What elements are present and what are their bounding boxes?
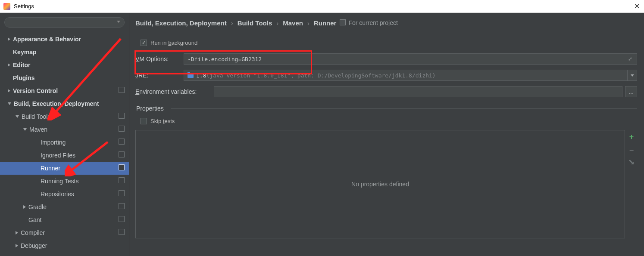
sidebar-item-gant[interactable]: Gant [0,213,129,226]
sidebar-item-label: Editor [13,62,30,68]
breadcrumb-sep: › [307,19,309,27]
project-scope-icon [341,20,346,25]
vm-options-input[interactable]: -Dfile.encoding=GB2312 ⤢ [184,53,637,65]
skip-tests-checkbox[interactable]: ✓ [141,118,147,124]
project-scope-icon [119,126,125,132]
sidebar-item-label: Compiler [21,229,45,236]
jre-version: 1.8 [196,72,206,79]
run-in-background-label: Run in background [150,40,197,46]
properties-table[interactable]: No properties defined [135,130,625,238]
expand-icon[interactable]: ⤢ [628,56,634,62]
project-scope-icon [119,191,125,196]
breadcrumb-item[interactable]: Build, Execution, Deployment [135,19,227,27]
search-history-icon[interactable] [117,21,120,23]
sidebar-item-label: Gant [28,216,41,223]
project-scope-icon [119,139,125,145]
project-scope-icon [119,204,125,209]
properties-toolbar: + − [627,130,636,165]
sidebar-item-label: Build Tools [22,113,50,120]
sidebar-item-label: Importing [41,139,66,146]
app-icon [3,3,10,10]
sidebar-item-build-tools[interactable]: Build Tools [0,110,129,123]
tree-arrow-icon[interactable] [8,102,11,105]
runner-form: ✓ Run in background VM Options: -Dfile.e… [135,34,637,238]
settings-body: Appearance & BehaviorKeymapEditorPlugins… [0,13,644,256]
project-scope-icon [119,114,125,119]
properties-heading: Properties [136,105,637,112]
properties-empty-text: No properties defined [351,181,409,188]
tree-arrow-icon[interactable] [8,37,10,41]
env-vars-browse-button[interactable]: … [625,86,637,97]
sidebar-item-runner[interactable]: Runner [0,162,129,175]
sidebar-item-label: Version Control [13,87,58,94]
sidebar-item-label: Keymap [13,49,36,56]
tree-arrow-icon[interactable] [23,128,27,131]
tree-arrow-icon[interactable] [8,89,10,93]
add-property-button[interactable]: + [629,133,634,142]
sidebar-item-version-control[interactable]: Version Control [0,84,129,97]
breadcrumb-item[interactable]: Build Tools [238,19,272,27]
folder-icon [188,73,194,78]
settings-tree: Appearance & BehaviorKeymapEditorPlugins… [0,31,129,254]
sidebar-item-running-tests[interactable]: Running Tests [0,175,129,188]
sidebar-item-label: Plugins [13,74,35,81]
edit-property-button [627,158,636,167]
tree-arrow-icon[interactable] [16,244,18,247]
project-scope-icon [119,217,125,222]
breadcrumb: Build, Execution, Deployment › Build Too… [135,17,637,28]
scope-badge: For current project [341,19,397,26]
sidebar-item-repositories[interactable]: Repositories [0,188,129,200]
breadcrumb-sep: › [231,19,233,27]
sidebar-item-editor[interactable]: Editor [0,59,129,71]
project-scope-icon [119,152,125,157]
sidebar-item-label: Runner [41,165,60,172]
breadcrumb-sep: › [276,19,278,27]
run-in-background-checkbox[interactable]: ✓ [141,40,147,46]
sidebar-item-label: Gradle [28,204,47,210]
env-vars-row: Environment variables: … [135,83,637,100]
tree-arrow-icon[interactable] [16,231,18,234]
vm-options-label: VM Options: [135,56,184,62]
sidebar-item-label: Build, Execution, Deployment [14,100,99,107]
sidebar-item-build-execution-deployment[interactable]: Build, Execution, Deployment [0,97,129,110]
search-row [0,15,129,31]
sidebar-item-compiler[interactable]: Compiler [0,226,129,239]
sidebar-item-importing[interactable]: Importing [0,136,129,149]
tree-arrow-icon[interactable] [16,115,19,118]
sidebar-item-plugins[interactable]: Plugins [0,71,129,84]
sidebar-item-gradle[interactable]: Gradle [0,200,129,213]
project-scope-icon [119,230,125,235]
project-scope-icon [119,88,125,93]
breadcrumb-item[interactable]: Maven [283,19,303,27]
tree-arrow-icon[interactable] [8,63,10,67]
vm-options-row: VM Options: -Dfile.encoding=GB2312 ⤢ [135,51,637,67]
sidebar-item-label: Ignored Files [41,152,75,159]
sidebar-item-label: Debugger [21,242,47,249]
jre-path: (java version "1.8.0_181", path: D:/Deve… [206,72,435,79]
tree-arrow-icon[interactable] [23,205,26,209]
sidebar-item-label: Appearance & Behavior [13,36,81,43]
sidebar-item-debugger[interactable]: Debugger [0,239,129,252]
jre-row: JRE: 1.8 (java version "1.8.0_181", path… [135,67,637,83]
project-scope-icon [119,165,125,170]
settings-sidebar: Appearance & BehaviorKeymapEditorPlugins… [0,13,129,256]
env-vars-label: Environment variables: [135,88,214,95]
jre-select[interactable]: 1.8 (java version "1.8.0_181", path: D:/… [184,70,637,81]
env-vars-input[interactable] [214,86,622,97]
sidebar-item-appearance-behavior[interactable]: Appearance & Behavior [0,33,129,46]
breadcrumb-item: Runner [314,19,337,27]
window-title: Settings [14,3,34,9]
title-bar: Settings ✕ [0,0,644,13]
sidebar-item-maven[interactable]: Maven [0,123,129,136]
close-icon[interactable]: ✕ [634,2,640,10]
sidebar-item-ignored-files[interactable]: Ignored Files [0,149,129,162]
run-in-background-row: ✓ Run in background [135,34,637,51]
sidebar-item-label: Repositories [41,191,74,197]
skip-tests-label: Skip tests [150,118,175,124]
search-input[interactable] [4,17,125,28]
vm-options-value: -Dfile.encoding=GB2312 [188,56,262,62]
sidebar-item-keymap[interactable]: Keymap [0,46,129,59]
chevron-down-icon[interactable] [627,70,637,80]
properties-wrap: No properties defined + − [135,130,625,238]
project-scope-icon [119,178,125,183]
